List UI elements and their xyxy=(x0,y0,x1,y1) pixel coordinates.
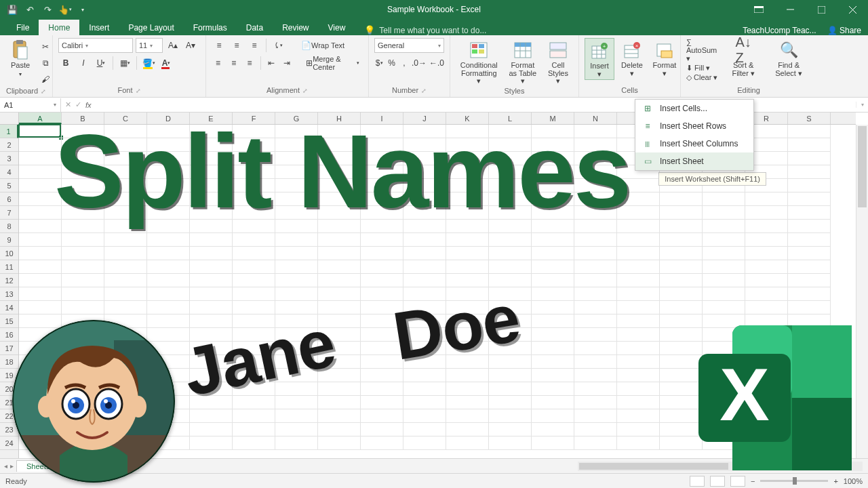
paste-button[interactable]: Paste▾ xyxy=(5,38,35,79)
format-painter-icon[interactable]: 🖌 xyxy=(38,72,53,87)
maximize-icon[interactable] xyxy=(806,0,837,19)
row-head-24[interactable]: 24 xyxy=(0,436,18,450)
font-size-combo[interactable]: 11▾ xyxy=(136,38,163,53)
align-left-icon[interactable]: ≡ xyxy=(212,56,224,70)
borders-icon[interactable]: ▦▾ xyxy=(117,56,132,70)
sort-filter-button[interactable]: A↓ZSort & Filter ▾ xyxy=(723,38,764,79)
tab-view[interactable]: View xyxy=(319,20,355,35)
qat-customize-icon[interactable]: ▾ xyxy=(75,1,91,18)
ribbon-options-icon[interactable] xyxy=(743,0,774,19)
svg-rect-11 xyxy=(479,44,484,48)
copy-icon[interactable]: ⧉ xyxy=(38,56,53,70)
tab-review[interactable]: Review xyxy=(273,20,318,35)
row-head-12[interactable]: 12 xyxy=(0,274,18,287)
align-middle-icon[interactable]: ≡ xyxy=(229,38,244,53)
row-head-4[interactable]: 4 xyxy=(0,165,18,179)
row-head-13[interactable]: 13 xyxy=(0,287,18,301)
name-box[interactable]: A1▾ xyxy=(0,98,61,112)
currency-icon[interactable]: $▾ xyxy=(374,56,384,70)
row-head-11[interactable]: 11 xyxy=(0,260,18,274)
increase-decimal-icon[interactable]: .0→ xyxy=(412,56,427,70)
decrease-indent-icon[interactable]: ⇤ xyxy=(265,56,278,70)
row-head-16[interactable]: 16 xyxy=(0,328,18,342)
orientation-icon[interactable]: ⤹▾ xyxy=(271,38,285,53)
tab-page-layout[interactable]: Page Layout xyxy=(119,20,183,35)
cut-icon[interactable]: ✂ xyxy=(38,39,53,54)
titlebar: 💾 ↶ ↷ 👆▾ ▾ Sample Workbook - Excel xyxy=(0,0,868,19)
menu-insert-sheet-columns[interactable]: ⫼Insert Sheet Columns xyxy=(635,135,753,152)
save-icon[interactable]: 💾 xyxy=(4,1,20,18)
conditional-formatting-button[interactable]: Conditional Formatting ▾ xyxy=(456,38,502,87)
row-head-2[interactable]: 2 xyxy=(0,138,18,152)
fill-button[interactable]: ⬇ Fill ▾ xyxy=(686,64,720,73)
decrease-font-icon[interactable]: A▾ xyxy=(183,38,198,53)
cancel-formula-icon[interactable]: ✕ xyxy=(65,100,71,109)
row-head-18[interactable]: 18 xyxy=(0,355,18,369)
menu-insert-cells[interactable]: ⊞Insert Cells... xyxy=(635,100,753,117)
tab-formulas[interactable]: Formulas xyxy=(184,20,237,35)
tab-insert[interactable]: Insert xyxy=(79,20,119,35)
font-name-combo[interactable]: Calibri▾ xyxy=(58,38,133,53)
expand-formula-bar-icon[interactable]: ▾ xyxy=(856,102,868,108)
svg-point-49 xyxy=(104,399,108,403)
share-button[interactable]: 👤 Share xyxy=(827,26,861,35)
row-head-6[interactable]: 6 xyxy=(0,192,18,206)
align-center-icon[interactable]: ≡ xyxy=(227,56,240,70)
close-icon[interactable] xyxy=(837,0,868,19)
align-top-icon[interactable]: ≡ xyxy=(212,38,226,53)
increase-indent-icon[interactable]: ⇥ xyxy=(281,56,294,70)
underline-button[interactable]: U▾ xyxy=(94,56,108,70)
comma-icon[interactable]: , xyxy=(399,56,409,70)
format-cells-button[interactable]: Format▾ xyxy=(650,38,679,79)
svg-rect-13 xyxy=(479,49,484,54)
format-as-table-button[interactable]: Format as Table ▾ xyxy=(505,38,540,87)
svg-rect-8 xyxy=(18,47,27,59)
autosum-button[interactable]: ∑ AutoSum ▾ xyxy=(686,38,720,63)
fill-color-icon[interactable]: 🪣▾ xyxy=(141,56,156,70)
redo-icon[interactable]: ↷ xyxy=(39,1,56,18)
tab-home[interactable]: Home xyxy=(39,20,79,35)
row-head-7[interactable]: 7 xyxy=(0,206,18,220)
row-head-9[interactable]: 9 xyxy=(0,233,18,247)
undo-icon[interactable]: ↶ xyxy=(22,1,38,18)
menu-insert-sheet-rows[interactable]: ≡Insert Sheet Rows xyxy=(635,117,753,135)
row-head-10[interactable]: 10 xyxy=(0,247,18,260)
italic-button[interactable]: I xyxy=(76,56,91,70)
touch-mode-icon[interactable]: 👆▾ xyxy=(57,1,73,18)
fx-icon[interactable]: fx xyxy=(85,101,92,109)
row-head-1[interactable]: 1 xyxy=(0,125,18,138)
row-head-3[interactable]: 3 xyxy=(0,152,18,165)
tab-data[interactable]: Data xyxy=(237,20,273,35)
menu-insert-sheet[interactable]: ▭Insert Sheet↖ xyxy=(635,152,753,170)
wrap-text-button[interactable]: 📄 Wrap Text xyxy=(298,38,348,53)
number-format-combo[interactable]: General▾ xyxy=(374,38,444,53)
merge-center-button[interactable]: ⊞ Merge & Center ▾ xyxy=(302,56,363,70)
bold-button[interactable]: B xyxy=(58,56,73,70)
align-bottom-icon[interactable]: ≡ xyxy=(247,38,262,53)
row-head-8[interactable]: 8 xyxy=(0,220,18,233)
tab-file[interactable]: File xyxy=(7,20,39,35)
select-all-corner[interactable] xyxy=(0,113,19,125)
col-head-S[interactable]: S xyxy=(788,113,831,124)
minimize-icon[interactable] xyxy=(774,0,806,19)
increase-font-icon[interactable]: A▴ xyxy=(165,38,180,53)
insert-cells-button[interactable]: +Insert▾ xyxy=(585,38,614,80)
find-select-button[interactable]: 🔍Find & Select ▾ xyxy=(766,38,811,79)
row-head-17[interactable]: 17 xyxy=(0,342,18,355)
align-right-icon[interactable]: ≡ xyxy=(243,56,256,70)
cell-styles-button[interactable]: Cell Styles ▾ xyxy=(543,38,573,87)
percent-icon[interactable]: % xyxy=(387,56,396,70)
account-name[interactable]: TeachUcomp Teac... xyxy=(743,26,816,35)
font-color-icon[interactable]: A▾ xyxy=(159,56,174,70)
clear-button[interactable]: ◇ Clear ▾ xyxy=(686,73,720,82)
svg-rect-55 xyxy=(792,398,852,470)
row-head-15[interactable]: 15 xyxy=(0,314,18,328)
tab-scroll-right-icon[interactable]: ▸ xyxy=(10,462,14,470)
tell-me[interactable]: 💡Tell me what you want to do... xyxy=(364,25,486,35)
tab-scroll-left-icon[interactable]: ◂ xyxy=(4,462,7,470)
row-head-5[interactable]: 5 xyxy=(0,179,18,192)
row-head-14[interactable]: 14 xyxy=(0,301,18,314)
enter-formula-icon[interactable]: ✓ xyxy=(75,100,81,109)
delete-cells-button[interactable]: ×Delete▾ xyxy=(617,38,647,79)
decrease-decimal-icon[interactable]: ←.0 xyxy=(429,56,444,70)
